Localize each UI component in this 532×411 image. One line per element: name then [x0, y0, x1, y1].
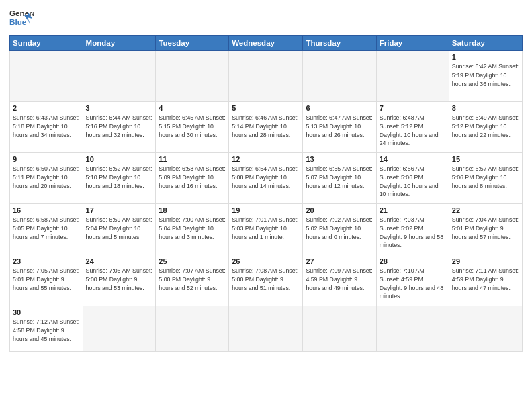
- day-number: 23: [13, 257, 80, 265]
- day-info: Sunrise: 7:08 AM Sunset: 5:00 PM Dayligh…: [232, 267, 300, 292]
- generalblue-logo-icon: General Blue: [9, 7, 34, 31]
- day-info: Sunrise: 7:09 AM Sunset: 4:59 PM Dayligh…: [306, 267, 373, 292]
- day-info: Sunrise: 6:43 AM Sunset: 5:18 PM Dayligh…: [13, 113, 80, 139]
- day-info: Sunrise: 7:03 AM Sunset: 5:02 PM Dayligh…: [380, 216, 446, 250]
- day-number: 20: [306, 206, 373, 214]
- calendar-cell: [303, 51, 376, 102]
- day-info: Sunrise: 7:11 AM Sunset: 4:59 PM Dayligh…: [452, 267, 519, 292]
- day-number: 18: [159, 206, 226, 214]
- day-number: 17: [86, 206, 153, 214]
- calendar-header-wednesday: Wednesday: [229, 36, 303, 51]
- calendar-cell: [376, 51, 449, 102]
- day-info: Sunrise: 6:58 AM Sunset: 5:05 PM Dayligh…: [13, 216, 80, 241]
- day-info: Sunrise: 6:48 AM Sunset: 5:12 PM Dayligh…: [380, 113, 446, 148]
- day-info: Sunrise: 6:44 AM Sunset: 5:16 PM Dayligh…: [86, 113, 153, 139]
- day-info: Sunrise: 7:01 AM Sunset: 5:03 PM Dayligh…: [232, 216, 300, 241]
- calendar-cell: 20Sunrise: 7:02 AM Sunset: 5:02 PM Dayli…: [303, 204, 376, 255]
- calendar-cell: [83, 51, 156, 102]
- day-number: 29: [452, 257, 519, 265]
- calendar-cell: 9Sunrise: 6:50 AM Sunset: 5:11 PM Daylig…: [10, 153, 83, 204]
- calendar-cell: 10Sunrise: 6:52 AM Sunset: 5:10 PM Dayli…: [83, 153, 156, 204]
- calendar-cell: [376, 306, 449, 352]
- calendar-cell: 16Sunrise: 6:58 AM Sunset: 5:05 PM Dayli…: [10, 204, 83, 255]
- day-info: Sunrise: 7:02 AM Sunset: 5:02 PM Dayligh…: [306, 216, 373, 241]
- calendar-cell: 11Sunrise: 6:53 AM Sunset: 5:09 PM Dayli…: [156, 153, 229, 204]
- day-info: Sunrise: 6:46 AM Sunset: 5:14 PM Dayligh…: [232, 113, 300, 139]
- day-number: 22: [452, 206, 519, 214]
- day-info: Sunrise: 6:53 AM Sunset: 5:09 PM Dayligh…: [159, 165, 226, 190]
- calendar-cell: 6Sunrise: 6:47 AM Sunset: 5:13 PM Daylig…: [303, 102, 376, 153]
- calendar-header-monday: Monday: [83, 36, 156, 51]
- day-number: 3: [86, 104, 153, 112]
- day-number: 19: [232, 206, 300, 214]
- calendar-week-row-1: 1Sunrise: 6:42 AM Sunset: 5:19 PM Daylig…: [10, 51, 523, 102]
- day-number: 27: [306, 257, 373, 265]
- calendar-week-row-3: 9Sunrise: 6:50 AM Sunset: 5:11 PM Daylig…: [10, 153, 523, 204]
- calendar-cell: [449, 306, 522, 352]
- calendar-cell: 7Sunrise: 6:48 AM Sunset: 5:12 PM Daylig…: [376, 102, 449, 153]
- day-number: 12: [232, 155, 300, 163]
- calendar-cell: 17Sunrise: 6:59 AM Sunset: 5:04 PM Dayli…: [83, 204, 156, 255]
- calendar-cell: 2Sunrise: 6:43 AM Sunset: 5:18 PM Daylig…: [10, 102, 83, 153]
- day-info: Sunrise: 7:00 AM Sunset: 5:04 PM Dayligh…: [159, 216, 226, 241]
- day-number: 14: [380, 155, 446, 163]
- day-info: Sunrise: 6:47 AM Sunset: 5:13 PM Dayligh…: [306, 113, 373, 139]
- day-number: 15: [452, 155, 519, 163]
- day-info: Sunrise: 7:07 AM Sunset: 5:00 PM Dayligh…: [159, 267, 226, 292]
- day-info: Sunrise: 7:12 AM Sunset: 4:58 PM Dayligh…: [13, 318, 80, 343]
- calendar-cell: 30Sunrise: 7:12 AM Sunset: 4:58 PM Dayli…: [10, 306, 83, 352]
- day-info: Sunrise: 7:06 AM Sunset: 5:00 PM Dayligh…: [86, 267, 153, 292]
- calendar-cell: 21Sunrise: 7:03 AM Sunset: 5:02 PM Dayli…: [376, 204, 449, 255]
- calendar-header-row: SundayMondayTuesdayWednesdayThursdayFrid…: [10, 36, 523, 51]
- day-info: Sunrise: 7:05 AM Sunset: 5:01 PM Dayligh…: [13, 267, 80, 292]
- page: General Blue SundayMondayTuesdayWednesda…: [0, 0, 532, 411]
- calendar-header-saturday: Saturday: [449, 36, 522, 51]
- calendar-cell: 15Sunrise: 6:57 AM Sunset: 5:06 PM Dayli…: [449, 153, 522, 204]
- day-info: Sunrise: 7:04 AM Sunset: 5:01 PM Dayligh…: [452, 216, 519, 241]
- calendar-cell: [229, 51, 303, 102]
- calendar-cell: 1Sunrise: 6:42 AM Sunset: 5:19 PM Daylig…: [449, 51, 522, 102]
- calendar-week-row-5: 23Sunrise: 7:05 AM Sunset: 5:01 PM Dayli…: [10, 255, 523, 306]
- day-number: 4: [159, 104, 226, 112]
- calendar-cell: 28Sunrise: 7:10 AM Sunset: 4:59 PM Dayli…: [376, 255, 449, 306]
- calendar-cell: 25Sunrise: 7:07 AM Sunset: 5:00 PM Dayli…: [156, 255, 229, 306]
- day-info: Sunrise: 7:10 AM Sunset: 4:59 PM Dayligh…: [380, 267, 446, 301]
- calendar-week-row-4: 16Sunrise: 6:58 AM Sunset: 5:05 PM Dayli…: [10, 204, 523, 255]
- calendar-cell: [156, 51, 229, 102]
- day-info: Sunrise: 6:54 AM Sunset: 5:08 PM Dayligh…: [232, 165, 300, 190]
- calendar-table: SundayMondayTuesdayWednesdayThursdayFrid…: [9, 35, 523, 352]
- calendar-week-row-2: 2Sunrise: 6:43 AM Sunset: 5:18 PM Daylig…: [10, 102, 523, 153]
- calendar-header-thursday: Thursday: [303, 36, 376, 51]
- calendar-cell: 19Sunrise: 7:01 AM Sunset: 5:03 PM Dayli…: [229, 204, 303, 255]
- calendar-cell: [83, 306, 156, 352]
- day-info: Sunrise: 6:52 AM Sunset: 5:10 PM Dayligh…: [86, 165, 153, 190]
- calendar-cell: 8Sunrise: 6:49 AM Sunset: 5:12 PM Daylig…: [449, 102, 522, 153]
- day-number: 25: [159, 257, 226, 265]
- logo: General Blue: [9, 7, 34, 31]
- day-number: 2: [13, 104, 80, 112]
- day-info: Sunrise: 6:42 AM Sunset: 5:19 PM Dayligh…: [452, 62, 519, 88]
- calendar-header-sunday: Sunday: [10, 36, 83, 51]
- calendar-cell: 4Sunrise: 6:45 AM Sunset: 5:15 PM Daylig…: [156, 102, 229, 153]
- day-number: 26: [232, 257, 300, 265]
- day-number: 6: [306, 104, 373, 112]
- calendar-cell: 5Sunrise: 6:46 AM Sunset: 5:14 PM Daylig…: [229, 102, 303, 153]
- calendar-header-friday: Friday: [376, 36, 449, 51]
- day-info: Sunrise: 6:59 AM Sunset: 5:04 PM Dayligh…: [86, 216, 153, 241]
- svg-text:Blue: Blue: [9, 17, 27, 26]
- calendar-week-row-6: 30Sunrise: 7:12 AM Sunset: 4:58 PM Dayli…: [10, 306, 523, 352]
- day-number: 24: [86, 257, 153, 265]
- day-number: 30: [13, 308, 80, 316]
- calendar-cell: 14Sunrise: 6:56 AM Sunset: 5:06 PM Dayli…: [376, 153, 449, 204]
- day-number: 7: [380, 104, 446, 112]
- day-number: 16: [13, 206, 80, 214]
- calendar-cell: 12Sunrise: 6:54 AM Sunset: 5:08 PM Dayli…: [229, 153, 303, 204]
- calendar-cell: [156, 306, 229, 352]
- day-info: Sunrise: 6:49 AM Sunset: 5:12 PM Dayligh…: [452, 113, 519, 139]
- calendar-cell: 18Sunrise: 7:00 AM Sunset: 5:04 PM Dayli…: [156, 204, 229, 255]
- day-number: 1: [452, 53, 519, 61]
- day-number: 11: [159, 155, 226, 163]
- calendar-cell: 26Sunrise: 7:08 AM Sunset: 5:00 PM Dayli…: [229, 255, 303, 306]
- day-number: 21: [380, 206, 446, 214]
- day-info: Sunrise: 6:57 AM Sunset: 5:06 PM Dayligh…: [452, 165, 519, 190]
